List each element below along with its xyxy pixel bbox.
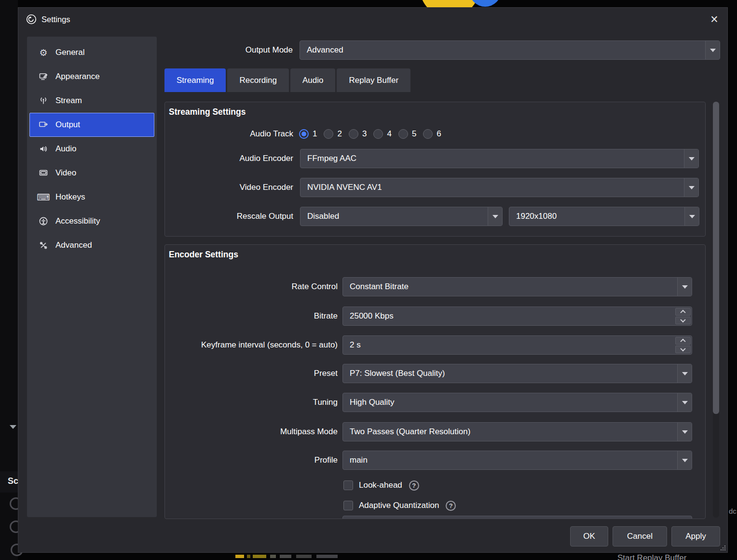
titlebar[interactable]: Settings × bbox=[18, 8, 727, 31]
sidebar-item-output[interactable]: Output bbox=[29, 113, 154, 137]
output-icon bbox=[38, 120, 49, 130]
rescale-output-label: Rescale Output bbox=[165, 207, 293, 226]
audio-meter-fragment bbox=[270, 555, 276, 558]
audio-meter-fragment bbox=[316, 555, 338, 558]
obs-logo-icon bbox=[26, 14, 37, 25]
clipped-next-field[interactable] bbox=[342, 516, 692, 519]
audio-meter-fragment bbox=[296, 555, 312, 558]
preset-dropdown[interactable]: P7: Slowest (Best Quality) bbox=[342, 364, 692, 383]
sidebar-item-label: Accessibility bbox=[55, 216, 100, 226]
output-tabs: Streaming Recording Audio Replay Buffer bbox=[164, 68, 410, 92]
apply-button[interactable]: Apply bbox=[671, 526, 720, 547]
accessibility-icon bbox=[38, 216, 49, 226]
radio-label: 4 bbox=[387, 129, 391, 139]
audio-track-6[interactable]: 6 bbox=[423, 129, 441, 139]
adaptive-quantization-checkbox-row[interactable]: Adaptive Quantization ? bbox=[343, 500, 456, 511]
output-mode-dropdown[interactable]: Advanced bbox=[300, 40, 720, 60]
keyframe-interval-spinbox[interactable]: 2 s bbox=[342, 335, 692, 355]
multipass-mode-dropdown[interactable]: Two Passes (Quarter Resolution) bbox=[342, 422, 692, 441]
keyframe-interval-value: 2 s bbox=[350, 340, 361, 350]
vertical-scrollbar[interactable] bbox=[713, 102, 719, 518]
ok-button[interactable]: OK bbox=[570, 526, 608, 547]
audio-encoder-dropdown[interactable]: FFmpeg AAC bbox=[300, 149, 699, 168]
chevron-down-icon bbox=[677, 278, 692, 296]
radio-selected-icon bbox=[299, 129, 309, 139]
sidebar-item-label: Output bbox=[55, 120, 80, 130]
cancel-button[interactable]: Cancel bbox=[613, 526, 667, 547]
chevron-down-icon bbox=[677, 423, 692, 441]
help-icon[interactable]: ? bbox=[446, 501, 456, 511]
radio-label: 6 bbox=[437, 129, 441, 139]
rescale-resolution-dropdown[interactable]: 1920x1080 bbox=[509, 207, 699, 226]
gear-icon: ⚙ bbox=[38, 47, 49, 58]
encoder-settings-group: Encoder Settings Rate Control Constant B… bbox=[164, 244, 706, 519]
audio-meter-fragment bbox=[280, 555, 291, 558]
tuning-dropdown[interactable]: High Quality bbox=[342, 393, 692, 412]
sidebar-item-general[interactable]: ⚙ General bbox=[29, 40, 154, 65]
audio-track-5[interactable]: 5 bbox=[398, 129, 416, 139]
checkbox-icon[interactable] bbox=[343, 501, 353, 510]
rescale-output-dropdown[interactable]: Disabled bbox=[300, 207, 503, 226]
chevron-down-icon bbox=[677, 451, 692, 469]
help-icon[interactable]: ? bbox=[409, 480, 419, 491]
video-encoder-label: Video Encoder bbox=[165, 178, 293, 197]
settings-dialog: Settings × ⚙ General Appearance Stream O… bbox=[18, 7, 728, 553]
sidebar-item-audio[interactable]: Audio bbox=[29, 137, 154, 161]
tab-label: Audio bbox=[302, 76, 323, 85]
sidebar-item-stream[interactable]: Stream bbox=[29, 89, 154, 113]
output-mode-label: Output Mode bbox=[164, 40, 293, 60]
tab-recording[interactable]: Recording bbox=[227, 68, 289, 92]
spin-up-button[interactable] bbox=[675, 337, 691, 345]
audio-track-3[interactable]: 3 bbox=[349, 129, 367, 139]
resize-grip[interactable] bbox=[720, 545, 726, 551]
radio-icon bbox=[423, 129, 433, 139]
tools-icon bbox=[38, 240, 49, 250]
tab-streaming[interactable]: Streaming bbox=[164, 68, 226, 92]
spinner-controls bbox=[675, 308, 691, 324]
look-ahead-checkbox-row[interactable]: Look-ahead ? bbox=[343, 480, 419, 491]
sidebar-item-hotkeys[interactable]: ⌨ Hotkeys bbox=[29, 185, 154, 209]
sidebar-item-appearance[interactable]: Appearance bbox=[29, 65, 154, 89]
video-encoder-value: NVIDIA NVENC AV1 bbox=[307, 183, 382, 192]
tab-replay-buffer[interactable]: Replay Buffer bbox=[337, 68, 410, 92]
close-button[interactable]: × bbox=[706, 12, 723, 27]
settings-sidebar: ⚙ General Appearance Stream Output Aud bbox=[27, 37, 157, 517]
video-encoder-dropdown[interactable]: NVIDIA NVENC AV1 bbox=[300, 178, 699, 197]
broadcast-icon bbox=[38, 96, 49, 106]
tab-label: Recording bbox=[239, 76, 277, 85]
rate-control-label: Rate Control bbox=[170, 277, 338, 296]
sidebar-item-label: Advanced bbox=[55, 240, 92, 250]
spin-down-button[interactable] bbox=[675, 346, 691, 353]
radio-icon bbox=[398, 129, 408, 139]
sidebar-item-accessibility[interactable]: Accessibility bbox=[29, 209, 154, 233]
rate-control-dropdown[interactable]: Constant Bitrate bbox=[342, 277, 692, 296]
bitrate-spinbox[interactable]: 25000 Kbps bbox=[342, 307, 692, 326]
audio-meter-fragment bbox=[247, 555, 250, 558]
radio-icon bbox=[373, 129, 383, 139]
tab-label: Replay Buffer bbox=[349, 76, 398, 85]
rescale-resolution-value: 1920x1080 bbox=[516, 212, 557, 221]
spin-up-button[interactable] bbox=[675, 308, 691, 316]
bitrate-label: Bitrate bbox=[170, 307, 338, 326]
keyframe-interval-label: Keyframe interval (seconds, 0 = auto) bbox=[170, 335, 338, 355]
audio-track-radio-group: 1 2 3 4 5 6 bbox=[299, 124, 441, 144]
audio-encoder-label: Audio Encoder bbox=[165, 149, 293, 168]
keyboard-icon: ⌨ bbox=[38, 192, 49, 203]
sidebar-item-label: Appearance bbox=[55, 72, 100, 81]
audio-track-2[interactable]: 2 bbox=[324, 129, 341, 139]
look-ahead-label: Look-ahead bbox=[359, 480, 402, 490]
appearance-icon bbox=[38, 72, 49, 81]
spin-down-button[interactable] bbox=[675, 317, 691, 324]
profile-value: main bbox=[350, 455, 368, 465]
multipass-mode-value: Two Passes (Quarter Resolution) bbox=[350, 427, 470, 437]
sidebar-item-video[interactable]: Video bbox=[29, 161, 154, 185]
scrollbar-thumb[interactable] bbox=[713, 102, 719, 414]
audio-track-4[interactable]: 4 bbox=[373, 129, 391, 139]
sidebar-item-advanced[interactable]: Advanced bbox=[29, 233, 154, 257]
profile-dropdown[interactable]: main bbox=[342, 451, 692, 470]
checkbox-icon[interactable] bbox=[343, 480, 353, 490]
scenes-dock-label-fragment: Sc bbox=[8, 476, 18, 486]
tab-audio[interactable]: Audio bbox=[290, 68, 335, 92]
chevron-down-icon bbox=[677, 364, 692, 383]
audio-track-1[interactable]: 1 bbox=[299, 129, 317, 139]
